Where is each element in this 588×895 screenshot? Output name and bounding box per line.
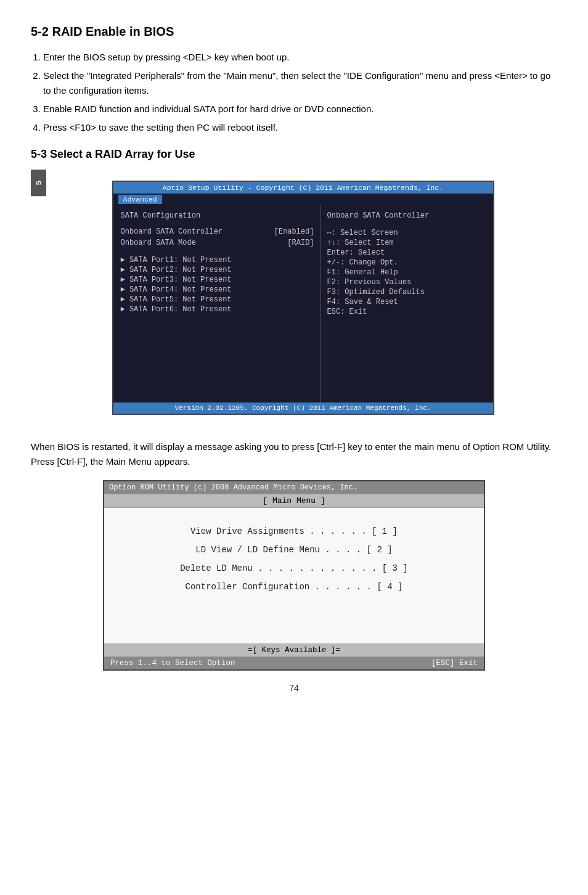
bios-screen: 5 Aptio Setup Utility - Copyright (C) 20… [31, 170, 557, 428]
rom-menu-item-1[interactable]: View Drive Assignments . . . . . . [ 1 ] [104, 526, 484, 536]
bios-port-6: ► SATA Port6: Not Present [121, 305, 314, 314]
bios-port-5: ► SATA Port5: Not Present [121, 295, 314, 304]
bios-port-1: ► SATA Port1: Not Present [121, 256, 314, 264]
rom-menu-item-4[interactable]: Controller Configuration . . . . . . [ 4… [104, 582, 484, 592]
bios-left-panel: SATA Configuration Onboard SATA Controll… [113, 205, 321, 403]
rom-footer: Press 1..4 to Select Option [ESC] Exit [104, 657, 484, 669]
bios-help-4: F1: General Help [327, 268, 486, 277]
bios-outer: Aptio Setup Utility - Copyright (C) 2011… [112, 181, 494, 415]
rom-header: Option ROM Utility (c) 2008 Advanced Mic… [104, 481, 484, 494]
rom-footer-left: Press 1..4 to Select Option [110, 659, 235, 668]
bios-port-2: ► SATA Port2: Not Present [121, 266, 314, 274]
rom-body: View Drive Assignments . . . . . . [ 1 ]… [104, 508, 484, 644]
bios-port-4: ► SATA Port4: Not Present [121, 285, 314, 294]
bios-help-6: F3: Optimized Defaults [327, 288, 486, 296]
bios-row-controller: Onboard SATA Controller [Enabled] [121, 227, 314, 236]
step-2: Select the "Integrated Peripherals" from… [43, 68, 557, 97]
bios-left-heading: SATA Configuration [121, 211, 314, 220]
rom-screen: Option ROM Utility (c) 2008 Advanced Mic… [103, 480, 485, 671]
bios-help-0: ↔: Select Screen [327, 229, 486, 237]
bios-right-heading: Onboard SATA Controller [327, 211, 486, 220]
section1-title: 5-2 RAID Enable in BIOS [31, 25, 557, 39]
page-number: 74 [31, 683, 557, 693]
step-3: Enable RAID function and individual SATA… [43, 102, 557, 116]
bios-footer: Version 2.02.1205. Copyright (C) 2011 Am… [113, 403, 493, 414]
bios-port-list: ► SATA Port1: Not Present ► SATA Port2: … [121, 256, 314, 314]
rom-title-bar: [ Main Menu ] [104, 494, 484, 508]
bios-value-controller: [Enabled] [274, 227, 314, 236]
rom-menu-item-3[interactable]: Delete LD Menu . . . . . . . . . . . . [… [104, 563, 484, 573]
bios-right-panel: Onboard SATA Controller ↔: Select Screen… [321, 205, 493, 403]
bios-help-8: ESC: Exit [327, 308, 486, 316]
bios-tab[interactable]: Advanced [118, 195, 162, 204]
bios-help-7: F4: Save & Reset [327, 298, 486, 306]
step-1: Enter the BIOS setup by pressing <DEL> k… [43, 50, 557, 64]
bios-row-mode: Onboard SATA Mode [RAID] [121, 239, 314, 247]
bios-body: SATA Configuration Onboard SATA Controll… [113, 205, 493, 403]
bios-help-block: ↔: Select Screen ↑↓: Select Item Enter: … [327, 229, 486, 316]
bios-help-5: F2: Previous Values [327, 278, 486, 287]
bios-port-3: ► SATA Port3: Not Present [121, 276, 314, 284]
section2-title: 5-3 Select a RAID Array for Use [31, 148, 557, 161]
bios-help-2: Enter: Select [327, 248, 486, 257]
bios-label-controller: Onboard SATA Controller [121, 227, 223, 236]
rom-menu-item-2[interactable]: LD View / LD Define Menu . . . . [ 2 ] [104, 545, 484, 555]
rom-keys-bar: =[ Keys Available ]= [104, 644, 484, 657]
bios-help-1: ↑↓: Select Item [327, 239, 486, 247]
step-4: Press <F10> to save the setting then PC … [43, 120, 557, 134]
bios-help-3: +/-: Change Opt. [327, 258, 486, 267]
bios-tab-bar: Advanced [113, 194, 493, 205]
bios-label-mode: Onboard SATA Mode [121, 239, 196, 247]
side-tab-label: 5 [31, 170, 46, 196]
paragraph: When BIOS is restarted, it will display … [31, 439, 557, 469]
steps-list: Enter the BIOS setup by pressing <DEL> k… [43, 50, 557, 134]
bios-title-bar: Aptio Setup Utility - Copyright (C) 2011… [113, 182, 493, 194]
rom-footer-right: [ESC] Exit [431, 659, 478, 668]
bios-value-mode: [RAID] [287, 239, 314, 247]
